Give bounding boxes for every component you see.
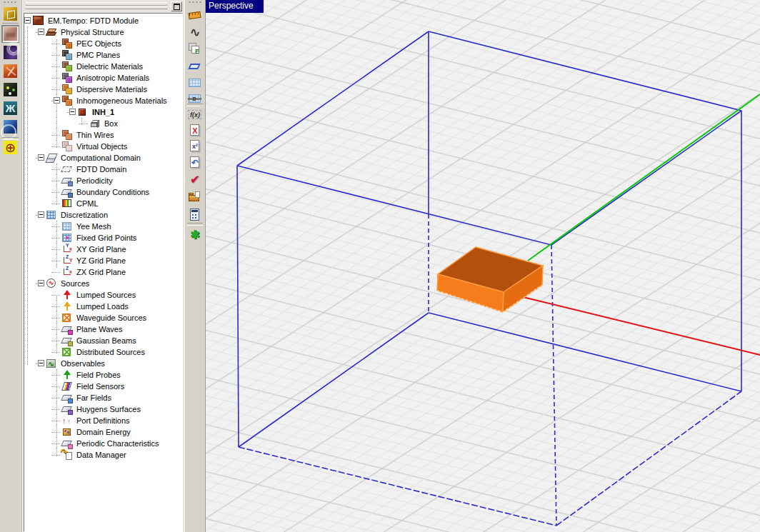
- tree-guide-stub: [51, 272, 60, 273]
- tree-item-data-manager[interactable]: ↷Data Manager: [24, 449, 182, 461]
- tree-item-observables[interactable]: ∿Observables: [24, 358, 182, 369]
- em-tempo-module-button[interactable]: [1, 25, 19, 43]
- tree-item-yee-mesh[interactable]: Yee Mesh: [24, 221, 182, 232]
- yellow-globe-module-button[interactable]: ⊕: [1, 139, 19, 156]
- waveguide-sources-icon: [61, 312, 73, 323]
- validate-button[interactable]: ✔: [186, 171, 204, 188]
- viewport-3d[interactable]: Perspective: [206, 0, 760, 532]
- tree-item-discretization[interactable]: Discretization: [24, 209, 182, 221]
- pec-objects-icon: [61, 38, 73, 49]
- tree-expander[interactable]: [38, 211, 44, 218]
- tree-item-fixed-grid-points[interactable]: Fixed Grid Points: [24, 232, 182, 244]
- tree-item-port-definitions[interactable]: ↑↑Port Definitions: [24, 415, 182, 426]
- antenna-module-button[interactable]: Ж: [1, 99, 19, 117]
- tree-item-dispersive-materials[interactable]: Dispersive Materials: [24, 84, 182, 95]
- tree-item-em-tempo-fdtd-module[interactable]: EM.Tempo: FDTD Module: [24, 15, 182, 26]
- fx-icon: f(x): [186, 106, 204, 124]
- tree-expander[interactable]: [38, 360, 44, 366]
- revert-sheet-button[interactable]: ↶: [186, 154, 204, 171]
- tree-guide-stub: [51, 146, 60, 147]
- tree-guide-stub: [51, 181, 60, 181]
- panel-grip[interactable]: [25, 6, 168, 9]
- ruler-button[interactable]: [186, 6, 204, 24]
- float-panel-button[interactable]: [171, 1, 182, 11]
- tree-item-waveguide-sources[interactable]: Waveguide Sources: [24, 312, 182, 323]
- tree-item-zx-grid-plane[interactable]: ZxZX Grid Plane: [24, 266, 182, 278]
- tree-item-thin-wires[interactable]: Thin Wires: [24, 129, 182, 141]
- tree-item-label: Inhomogeneous Materials: [75, 96, 169, 106]
- tree-item-label: CPML: [75, 199, 100, 209]
- tree-item-distributed-sources[interactable]: Distributed Sources: [24, 346, 182, 358]
- dielectric-materials-icon: [61, 61, 73, 72]
- tree-item-plane-waves[interactable]: Plane Waves: [24, 323, 182, 335]
- tree-expander[interactable]: [38, 29, 44, 35]
- tree-item-label: Lumped Sources: [75, 291, 137, 300]
- tree-item-huygens-surfaces[interactable]: Huygens Surfaces: [24, 403, 182, 415]
- calculator-button[interactable]: [186, 206, 204, 224]
- boundary-conditions-icon: [61, 186, 73, 198]
- tree-item-label: Yee Mesh: [75, 222, 113, 231]
- delete-x-button[interactable]: X: [186, 122, 204, 139]
- tree-item-inh-1[interactable]: INH_1: [24, 106, 182, 118]
- tree-guide-stub: [51, 329, 60, 330]
- sine-curve-button[interactable]: ∿: [186, 24, 204, 41]
- blue-waves-module-button[interactable]: [1, 118, 19, 136]
- variables-button[interactable]: x²: [186, 138, 204, 155]
- tree-item-lumped-sources[interactable]: Lumped Sources: [24, 289, 182, 301]
- tree-item-pec-objects[interactable]: PEC Objects: [24, 38, 182, 49]
- tree-item-virtual-objects[interactable]: Virtual Objects: [24, 141, 182, 152]
- sources-icon: ∿: [46, 278, 57, 289]
- tree-item-sources[interactable]: ∿Sources: [24, 278, 182, 289]
- data-manager-icon: ↷: [61, 449, 73, 461]
- gold-cube-module-button[interactable]: [1, 5, 19, 23]
- tree-item-periodicity[interactable]: Periodicity: [24, 175, 182, 186]
- tree-guide-stub: [51, 89, 60, 90]
- tree-item-dielectric-materials[interactable]: Dielectric Materials: [24, 61, 182, 72]
- toolbar-grip[interactable]: [188, 1, 202, 4]
- tree-item-cpml[interactable]: CPML: [24, 198, 182, 209]
- tree-expander[interactable]: [69, 109, 76, 115]
- tree-item-lumped-loads[interactable]: Lumped Loads: [24, 301, 182, 312]
- tree-item-computational-domain[interactable]: Computational Domain: [24, 152, 182, 164]
- undo-arrow-document-icon: ↶: [186, 154, 204, 171]
- tree-item-box[interactable]: Box: [24, 118, 182, 129]
- orange-rays-module-button[interactable]: [1, 62, 19, 80]
- tree-guide-stub: [51, 432, 60, 433]
- tree-item-field-sensors[interactable]: Field Sensors: [24, 381, 182, 392]
- tree-item-domain-energy[interactable]: Domain Energy: [24, 426, 182, 438]
- tree-item-inhomogeneous-materials[interactable]: Inhomogeneous Materials: [24, 95, 182, 106]
- folder-edit-button[interactable]: [186, 189, 204, 206]
- scene-canvas[interactable]: [206, 0, 760, 532]
- tree-item-physical-structure[interactable]: Physical Structure: [24, 26, 182, 38]
- x-squared-document-icon: x²: [186, 138, 204, 155]
- molecule-module-button[interactable]: [1, 81, 19, 99]
- tree-item-label: Field Probes: [75, 371, 122, 380]
- field-sheets-button[interactable]: E: [186, 41, 204, 58]
- rose-photo-icon: [4, 27, 17, 41]
- tree-item-label: YZ Grid Plane: [75, 256, 127, 266]
- tree-expander[interactable]: [38, 280, 44, 286]
- tree-item-yz-grid-plane[interactable]: ZYYZ Grid Plane: [24, 255, 182, 266]
- functions-button[interactable]: f(x): [186, 106, 204, 124]
- tree-item-label: ZX Grid Plane: [75, 268, 127, 277]
- green-star-button[interactable]: ✱: [186, 226, 204, 243]
- tree-item-periodic-characteristics[interactable]: Periodic Characteristics: [24, 438, 182, 449]
- purple-swirl-module-button[interactable]: [1, 44, 19, 61]
- tree-expander[interactable]: [24, 17, 31, 24]
- toolbar-grip[interactable]: [3, 1, 17, 4]
- tree-item-boundary-conditions[interactable]: Boundary Conditions: [24, 186, 182, 198]
- tree-item-field-probes[interactable]: Field Probes: [24, 369, 182, 381]
- tree-item-pmc-planes[interactable]: PMC Planes: [24, 49, 182, 61]
- tree-item-fdtd-domain[interactable]: FDTD Domain: [24, 164, 182, 175]
- tree-item-gaussian-beams[interactable]: Gaussian Beams: [24, 335, 182, 346]
- tree-item-xy-grid-plane[interactable]: YxXY Grid Plane: [24, 244, 182, 255]
- mesh-grid-button[interactable]: [186, 74, 204, 91]
- domain-plane-button[interactable]: [186, 58, 204, 75]
- tree-item-anisotropic-materials[interactable]: Anisotropic Materials: [24, 72, 182, 84]
- tree-guide-stub: [51, 55, 60, 56]
- red-checkmark-icon: ✔: [186, 171, 204, 188]
- tree-guide-stub: [51, 261, 60, 261]
- tree-item-far-fields[interactable]: Far Fields: [24, 392, 182, 403]
- tree-expander[interactable]: [54, 97, 60, 104]
- tree-expander[interactable]: [38, 154, 44, 161]
